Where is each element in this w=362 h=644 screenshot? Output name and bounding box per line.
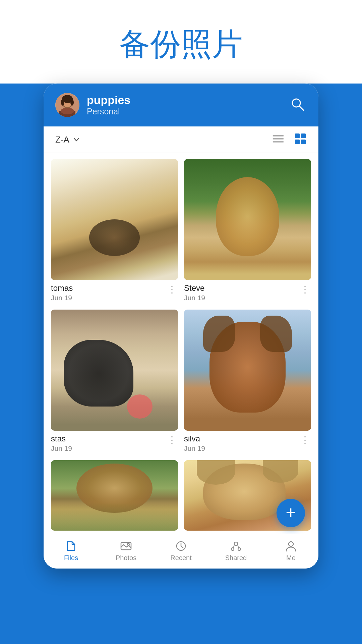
svg-line-24 <box>238 545 239 548</box>
photo-info: tomas Jun 19 ⋮ <box>51 280 178 304</box>
svg-rect-14 <box>301 133 306 138</box>
photo-thumbnail-stas[interactable] <box>51 310 178 431</box>
add-icon: + <box>286 504 296 521</box>
shared-icon <box>230 540 242 552</box>
photo-thumbnail-silva[interactable] <box>184 310 311 431</box>
nav-item-shared[interactable]: Shared <box>208 540 263 562</box>
me-icon <box>285 540 297 552</box>
photo-thumbnail-tomas[interactable] <box>51 159 178 280</box>
list-item: stas Jun 19 ⋮ <box>51 310 178 454</box>
photo-thumbnail-5[interactable] <box>51 460 178 531</box>
photo-thumbnail-steve[interactable] <box>184 159 311 280</box>
nav-label-recent: Recent <box>170 554 191 562</box>
app-header: puppies Personal <box>44 84 318 126</box>
svg-point-21 <box>231 548 234 550</box>
avatar <box>55 93 79 117</box>
photo-grid-container: tomas Jun 19 ⋮ <box>44 153 318 534</box>
grid-icon <box>294 132 307 145</box>
bottom-navigation: Files Photos Recent <box>44 534 318 569</box>
svg-point-25 <box>289 542 293 546</box>
photo-date: Jun 19 <box>184 444 205 452</box>
toolbar: Z-A <box>44 126 318 153</box>
recent-icon <box>175 540 187 552</box>
search-icon <box>290 97 305 112</box>
sort-button[interactable]: Z-A <box>55 135 80 145</box>
page-title: 备份照片 <box>119 27 243 61</box>
photo-name: tomas <box>51 283 73 293</box>
nav-item-files[interactable]: Files <box>44 540 99 562</box>
list-view-button[interactable] <box>272 132 285 147</box>
svg-point-6 <box>61 99 64 106</box>
more-button[interactable]: ⋮ <box>166 283 178 296</box>
photo-name: stas <box>51 434 72 443</box>
photos-icon <box>120 540 132 552</box>
more-button[interactable]: ⋮ <box>299 434 311 446</box>
photo-name: Steve <box>184 283 205 293</box>
nav-label-files: Files <box>64 554 78 562</box>
svg-point-22 <box>238 548 241 550</box>
svg-point-7 <box>70 99 74 106</box>
phone-container: puppies Personal Z-A <box>44 84 318 569</box>
list-item: silva Jun 19 ⋮ <box>184 310 311 454</box>
nav-item-recent[interactable]: Recent <box>154 540 208 562</box>
more-button[interactable]: ⋮ <box>299 283 311 296</box>
chevron-down-icon <box>73 136 80 143</box>
photo-info: Steve Jun 19 ⋮ <box>184 280 311 304</box>
photo-grid: tomas Jun 19 ⋮ <box>51 159 311 531</box>
content-wrapper: tomas Jun 19 ⋮ <box>44 153 318 534</box>
nav-label-shared: Shared <box>225 554 247 562</box>
svg-rect-16 <box>301 140 306 144</box>
nav-item-photos[interactable]: Photos <box>99 540 154 562</box>
svg-point-20 <box>234 542 238 545</box>
svg-rect-15 <box>295 140 300 144</box>
svg-point-18 <box>127 543 129 545</box>
list-item: Steve Jun 19 ⋮ <box>184 159 311 304</box>
photo-name: silva <box>184 434 205 443</box>
files-icon <box>65 540 77 552</box>
svg-rect-13 <box>295 133 300 138</box>
svg-line-9 <box>299 106 304 110</box>
toolbar-view-controls <box>272 132 307 147</box>
header-album-name: puppies <box>87 94 281 107</box>
more-button[interactable]: ⋮ <box>166 434 178 446</box>
photo-date: Jun 19 <box>184 294 205 302</box>
svg-point-4 <box>61 108 74 114</box>
photo-date: Jun 19 <box>51 444 72 452</box>
photo-info: silva Jun 19 ⋮ <box>184 431 311 454</box>
photo-date: Jun 19 <box>51 294 73 302</box>
search-button[interactable] <box>289 95 307 115</box>
header-text: puppies Personal <box>87 94 281 116</box>
header-account-type: Personal <box>87 107 281 116</box>
nav-item-me[interactable]: Me <box>263 540 318 562</box>
list-item <box>51 460 178 531</box>
list-icon <box>272 132 285 145</box>
sort-label: Z-A <box>55 135 69 145</box>
nav-label-me: Me <box>286 554 296 562</box>
add-button[interactable]: + <box>277 499 305 527</box>
list-item: tomas Jun 19 ⋮ <box>51 159 178 304</box>
svg-line-23 <box>233 545 234 548</box>
grid-view-button[interactable] <box>294 132 307 147</box>
nav-label-photos: Photos <box>116 554 136 562</box>
photo-info: stas Jun 19 ⋮ <box>51 431 178 454</box>
